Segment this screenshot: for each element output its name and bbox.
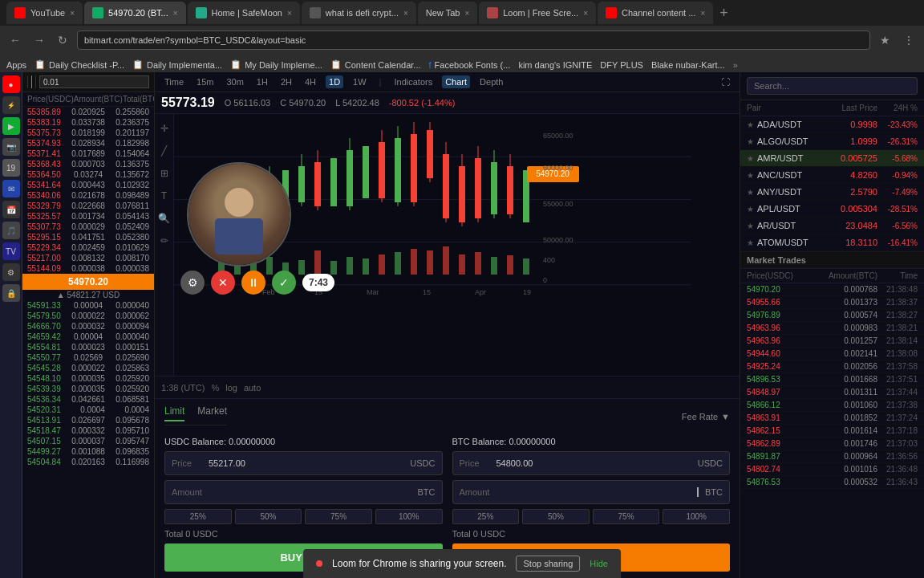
- mac-icon-4[interactable]: 19: [2, 159, 20, 177]
- bookmark-daily-checklist[interactable]: 📋 Daily Checklist -P...: [34, 59, 124, 70]
- ob-sell-row[interactable]: 55340.060.0216780.098489: [22, 190, 154, 201]
- timeframe-4h[interactable]: 4H: [302, 75, 319, 88]
- refresh-button[interactable]: ↻: [55, 32, 71, 48]
- pairs-search-input[interactable]: [747, 77, 918, 95]
- timeframe-1h[interactable]: 1H: [253, 75, 271, 88]
- tab-close-loom[interactable]: ×: [583, 9, 588, 18]
- mac-icon-7[interactable]: 🎵: [2, 222, 20, 239]
- ob-buy-row[interactable]: 54539.390.0000350.025920: [22, 384, 154, 394]
- ob-sell-row[interactable]: 55385.890.0209250.255860: [22, 107, 154, 117]
- ob-buy-row[interactable]: 54554.810.0000230.000151: [22, 342, 154, 352]
- buy-amount-field[interactable]: [209, 487, 411, 497]
- ob-sell-row[interactable]: 55364.500.032740.135672: [22, 169, 154, 180]
- tab-defi[interactable]: what is defi crypt... ×: [302, 2, 416, 24]
- ob-sell-row[interactable]: 55383.190.0337380.236375: [22, 117, 154, 128]
- bookmark-apps[interactable]: Apps: [6, 60, 26, 70]
- ob-sell-row[interactable]: 55341.640.0004430.102932: [22, 180, 154, 190]
- ob-buy-row[interactable]: 54659.420.000040.000040: [22, 332, 154, 342]
- timeframe-1w[interactable]: 1W: [350, 75, 370, 88]
- ob-buy-row[interactable]: 54591.330.000040.000040: [22, 300, 154, 311]
- ob-sell-row[interactable]: 55307.730.0000290.052409: [22, 222, 154, 232]
- chart-expand-button[interactable]: ⛶: [718, 75, 733, 88]
- menu-button[interactable]: ⋮: [900, 32, 918, 48]
- ob-buy-row[interactable]: 54579.500.0000220.000062: [22, 311, 154, 321]
- ob-sell-row[interactable]: 55217.000.0081320.008170: [22, 253, 154, 263]
- tab-close-bitmart[interactable]: ×: [173, 9, 178, 18]
- sell-pct-75[interactable]: 75%: [593, 509, 660, 524]
- ob-sell-row[interactable]: 55368.430.0007030.136375: [22, 159, 154, 169]
- buy-pct-100[interactable]: 100%: [375, 509, 443, 524]
- mac-icon-5[interactable]: ✉: [2, 180, 20, 197]
- ob-buy-row[interactable]: 54548.100.0000350.025920: [22, 373, 154, 384]
- sell-pct-50[interactable]: 50%: [522, 509, 590, 524]
- pair-row[interactable]: ★ ANY/USDT 2.5790 -7.49%: [740, 184, 924, 201]
- address-bar[interactable]: bitmart.com/trade/en?symbol=BTC_USDC&lay…: [77, 31, 870, 50]
- tab-loom[interactable]: Loom | Free Scre... ×: [479, 2, 596, 24]
- timeframe-time[interactable]: Time: [161, 75, 187, 88]
- ob-sell-row[interactable]: 55371.410.0176890.154064: [22, 149, 154, 159]
- sell-pct-100[interactable]: 100%: [663, 509, 730, 524]
- ob-buy-row[interactable]: 54513.910.0266970.095678: [22, 415, 154, 425]
- pair-row[interactable]: ★ ADA/USDT 0.9998 -23.43%: [740, 116, 924, 133]
- ob-btn-1[interactable]: [27, 75, 28, 88]
- mac-icon-2[interactable]: ▶: [2, 117, 20, 135]
- chart-button[interactable]: Chart: [442, 75, 470, 88]
- vc-settings-button[interactable]: ⚙: [180, 271, 205, 295]
- vc-confirm-button[interactable]: ✓: [272, 271, 296, 295]
- ob-btn-2[interactable]: [31, 75, 32, 88]
- buy-pct-50[interactable]: 50%: [235, 509, 302, 524]
- bookmark-daily-impl[interactable]: 📋 Daily Implementa...: [132, 59, 222, 70]
- pair-row[interactable]: ★ ANC/USDT 4.8260 -0.94%: [740, 167, 924, 184]
- tab-close-channel[interactable]: ×: [700, 9, 705, 18]
- buy-price-field[interactable]: [205, 458, 403, 468]
- sell-price-field[interactable]: [493, 458, 691, 468]
- sell-amount-field[interactable]: [496, 487, 699, 497]
- buy-pct-75[interactable]: 75%: [305, 509, 372, 524]
- indicators-button[interactable]: Indicators: [391, 75, 436, 88]
- ob-buy-row[interactable]: 54518.470.0003320.095710: [22, 425, 154, 436]
- ob-sell-row[interactable]: 55144.090.0000380.000038: [22, 263, 154, 274]
- ob-buy-row[interactable]: 54499.270.0010880.096835: [22, 446, 154, 457]
- ob-buy-row[interactable]: 54507.150.0000370.095747: [22, 436, 154, 446]
- annotation-tool[interactable]: T: [156, 188, 172, 204]
- ob-size-input[interactable]: [39, 75, 149, 88]
- tab-limit[interactable]: Limit: [164, 405, 184, 421]
- back-button[interactable]: ←: [6, 32, 24, 48]
- bookmark-content-calendar[interactable]: 📋 Content Calendar...: [330, 59, 421, 70]
- sell-pct-25[interactable]: 25%: [452, 509, 520, 524]
- zoom-tool[interactable]: 🔍: [156, 210, 172, 226]
- trend-line-tool[interactable]: ╱: [156, 143, 172, 159]
- tab-close-safemoon[interactable]: ×: [287, 9, 292, 18]
- ob-buy-row[interactable]: 54666.700.0000320.000094: [22, 321, 154, 332]
- timeframe-30m[interactable]: 30m: [223, 75, 246, 88]
- measure-tool[interactable]: ⊞: [156, 165, 172, 181]
- bookmark-my-daily[interactable]: 📋 My Daily Impleme...: [230, 59, 322, 70]
- ob-sell-row[interactable]: 55325.570.0017340.054143: [22, 211, 154, 222]
- pair-row[interactable]: ★ APL/USDT 0.005304 -28.51%: [740, 201, 924, 218]
- ob-sell-row[interactable]: 55229.340.0024590.010629: [22, 242, 154, 253]
- ob-buy-row[interactable]: 54536.340.0426610.068581: [22, 394, 154, 405]
- mac-icon-10[interactable]: 🔒: [2, 284, 20, 302]
- mac-icon-3[interactable]: 📷: [2, 138, 20, 156]
- ob-sell-row[interactable]: 55375.730.0181990.201197: [22, 128, 154, 138]
- bookmarks-more[interactable]: »: [733, 60, 738, 70]
- buy-pct-25[interactable]: 25%: [164, 509, 232, 524]
- tab-close-defi[interactable]: ×: [403, 9, 408, 18]
- mac-icon-record[interactable]: ●: [2, 75, 20, 93]
- ob-sell-row[interactable]: 55295.150.0417510.052380: [22, 232, 154, 242]
- tab-youtube[interactable]: YouTube ×: [6, 2, 83, 24]
- pair-row[interactable]: ★ AMR/USDT 0.005725 -5.68%: [740, 150, 924, 167]
- vc-stop-button[interactable]: ✕: [211, 271, 235, 295]
- tab-bitmart[interactable]: 54970.20 (BT... ×: [84, 2, 185, 24]
- timeframe-1d[interactable]: 1D: [326, 75, 343, 88]
- mac-icon-1[interactable]: ⚡: [2, 96, 20, 114]
- timeframe-15m[interactable]: 15m: [193, 75, 217, 88]
- ob-buy-row[interactable]: 54545.280.0000220.025863: [22, 363, 154, 373]
- mac-icon-9[interactable]: ⚙: [2, 263, 20, 281]
- bookmark-kim-dang[interactable]: kim dang's IGNITE: [518, 60, 592, 70]
- pair-row[interactable]: ★ ATOM/USDT 18.3110 -16.41%: [740, 234, 924, 251]
- pair-row[interactable]: ★ ALGO/USDT 1.0999 -26.31%: [740, 133, 924, 150]
- fee-rate-chevron[interactable]: ▼: [721, 412, 730, 421]
- vc-pause-button[interactable]: ⏸: [241, 271, 265, 295]
- tab-safemoon[interactable]: Home | SafeMoon ×: [188, 2, 300, 24]
